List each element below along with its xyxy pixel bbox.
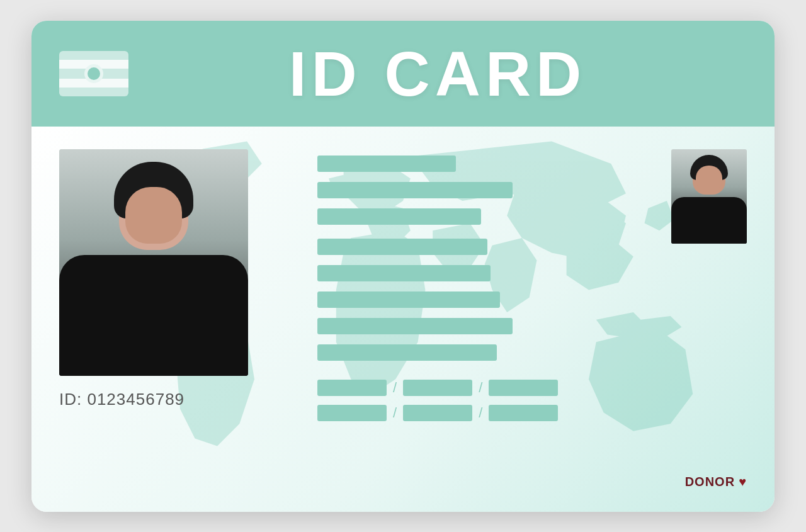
date-sep-4: / xyxy=(472,405,489,421)
date-cell-2c xyxy=(489,405,558,421)
donor-badge: DONOR ♥ xyxy=(685,475,747,489)
card-id-number: ID: 0123456789 xyxy=(59,390,184,409)
info-bar-7 xyxy=(317,318,513,334)
center-column: / / / / xyxy=(286,149,665,489)
date-cell-1c xyxy=(489,380,558,396)
small-body xyxy=(671,197,747,244)
photo-body xyxy=(59,255,248,376)
info-bar-8 xyxy=(317,344,497,361)
small-head xyxy=(693,158,725,195)
info-bar-6 xyxy=(317,291,500,308)
photo-head xyxy=(119,168,188,250)
date-cell-2a xyxy=(317,405,387,421)
card-logo xyxy=(59,51,128,96)
info-bar-3 xyxy=(317,208,481,225)
date-row-1: / / xyxy=(317,380,665,396)
date-row-2: / / xyxy=(317,405,665,421)
date-cell-1b xyxy=(403,380,472,396)
small-face xyxy=(696,166,722,191)
donor-label: DONOR xyxy=(685,475,735,489)
photo-face xyxy=(125,187,182,244)
main-photo xyxy=(59,149,248,376)
date-cell-2b xyxy=(403,405,472,421)
info-bar-1 xyxy=(317,156,456,172)
info-bar-5 xyxy=(317,265,491,281)
card-body: ID: 0123456789 / / / xyxy=(31,127,775,512)
photo-person xyxy=(59,149,248,376)
id-card: ID CARD xyxy=(31,21,775,512)
card-title: ID CARD xyxy=(128,42,747,105)
date-sep-2: / xyxy=(472,380,489,396)
date-sep-3: / xyxy=(387,405,403,421)
info-bar-2 xyxy=(317,182,513,198)
date-cell-1a xyxy=(317,380,387,396)
right-column: DONOR ♥ xyxy=(665,149,747,489)
card-header: ID CARD xyxy=(31,21,775,127)
heart-icon: ♥ xyxy=(739,475,747,489)
logo-circle xyxy=(84,64,103,83)
small-photo-inner xyxy=(671,149,747,244)
left-column: ID: 0123456789 xyxy=(59,149,286,489)
info-bar-4 xyxy=(317,239,487,255)
date-sep-1: / xyxy=(387,380,403,396)
small-photo xyxy=(671,149,747,244)
